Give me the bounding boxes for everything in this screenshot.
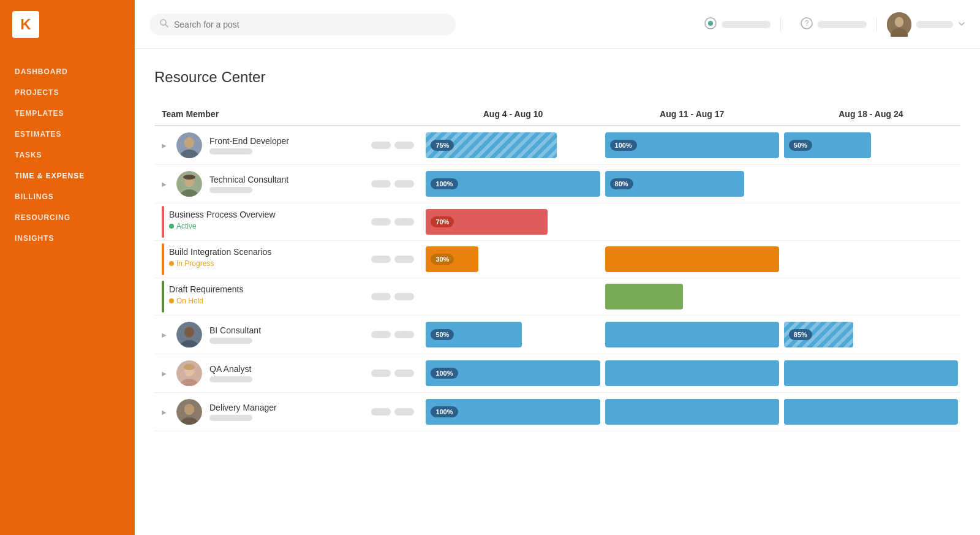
expand-icon[interactable]: ▶ xyxy=(162,181,169,188)
action-tag xyxy=(371,218,391,226)
status-text: Active xyxy=(176,222,197,230)
sidebar-item-billings[interactable]: BILLINGS xyxy=(0,186,135,207)
member-cell: ▶ QA Analyst xyxy=(154,354,366,393)
bell-icon[interactable] xyxy=(704,17,717,32)
chevron-down-icon xyxy=(958,19,965,30)
action-tag xyxy=(394,142,414,149)
sidebar-item-templates[interactable]: TEMPLATES xyxy=(0,103,135,124)
member-info: Front-End Developer xyxy=(209,136,289,154)
expand-icon[interactable]: ▶ xyxy=(162,142,169,149)
project-info: Draft Requirements On Hold xyxy=(164,278,366,315)
member-cell: ▶ Technical Consultant xyxy=(154,165,366,203)
bar-fill: 50% xyxy=(784,132,871,158)
search-icon xyxy=(159,18,169,31)
status-text: In Progress xyxy=(176,259,214,268)
table-row: Draft Requirements On Hold xyxy=(154,278,960,316)
col-header-aug4: Aug 4 - Aug 10 xyxy=(423,103,602,126)
expand-icon[interactable]: ▶ xyxy=(162,332,169,338)
sidebar-item-insights[interactable]: INSIGHTS xyxy=(0,228,135,249)
bar-cell-2-empty xyxy=(782,203,960,241)
svg-point-9 xyxy=(895,18,903,26)
member-tag xyxy=(209,148,252,154)
bar-cell-0: 70% xyxy=(423,203,602,241)
bar-label: 85% xyxy=(789,329,812,340)
bar-fill: 30% xyxy=(426,246,478,272)
action-cell xyxy=(366,316,423,354)
table-row: ▶ QA Analyst xyxy=(154,354,960,393)
sidebar-item-time-expense[interactable]: TIME & EXPENSE xyxy=(0,165,135,186)
bar-fill: 100% xyxy=(605,132,779,158)
topbar-right: ? xyxy=(695,12,965,37)
avatar xyxy=(176,322,202,347)
svg-point-27 xyxy=(184,364,195,370)
search-input[interactable] xyxy=(174,20,446,29)
bar-label: 30% xyxy=(431,254,454,265)
action-tag xyxy=(394,331,414,338)
bar-fill xyxy=(605,284,684,309)
user-profile[interactable] xyxy=(887,12,965,37)
member-info: Delivery Manager xyxy=(209,403,277,421)
action-tag xyxy=(371,180,391,188)
action-cell xyxy=(366,278,423,316)
bar-cell-1 xyxy=(603,241,782,278)
svg-point-13 xyxy=(184,138,194,148)
sidebar-nav: DASHBOARD PROJECTS TEMPLATES ESTIMATES T… xyxy=(0,61,135,249)
status-dot xyxy=(169,261,174,266)
notification-group xyxy=(695,17,781,32)
member-tag xyxy=(209,338,252,344)
notification-label xyxy=(722,21,771,28)
action-tag xyxy=(394,293,414,300)
bar-cell-1-empty xyxy=(603,203,782,241)
logo-icon: K xyxy=(12,11,39,38)
status-text: On Hold xyxy=(176,297,203,305)
table-row: ▶ Technical Consultant xyxy=(154,165,960,203)
col-header-aug18: Aug 18 - Aug 24 xyxy=(782,103,960,126)
member-cell: ▶ BI Consultant xyxy=(154,316,366,354)
bar-cell-2-empty xyxy=(782,278,960,316)
sidebar-item-resourcing[interactable]: RESOURCING xyxy=(0,207,135,228)
avatar xyxy=(176,360,202,386)
bar-label: 80% xyxy=(610,178,633,189)
action-tag xyxy=(371,142,391,149)
member-cell: ▶ Delivery Manager xyxy=(154,393,366,431)
bar-cell-1 xyxy=(603,393,782,431)
bar-fill: 50% xyxy=(426,322,521,347)
sidebar-item-tasks[interactable]: TASKS xyxy=(0,145,135,165)
action-tag xyxy=(394,218,414,226)
sidebar-item-estimates[interactable]: ESTIMATES xyxy=(0,124,135,145)
sidebar-item-projects[interactable]: PROJECTS xyxy=(0,82,135,103)
action-cell xyxy=(366,165,423,203)
action-tag xyxy=(371,293,391,300)
svg-point-22 xyxy=(184,327,194,337)
bar-cell-1 xyxy=(603,316,782,354)
search-box[interactable] xyxy=(149,13,456,36)
avatar xyxy=(176,132,202,158)
bar-fill xyxy=(784,360,958,386)
table-row: ▶ BI Consultant xyxy=(154,316,960,354)
project-name: Draft Requirements xyxy=(169,284,361,294)
table-row: ▶ Delivery Manager xyxy=(154,393,960,431)
bar-cell-2-empty xyxy=(782,241,960,278)
bar-cell-2: 85% xyxy=(782,316,960,354)
bar-label: 50% xyxy=(789,140,812,151)
bar-label: 100% xyxy=(431,178,458,189)
help-icon[interactable]: ? xyxy=(801,17,813,32)
help-group: ? xyxy=(791,17,877,32)
member-name: QA Analyst xyxy=(209,364,252,374)
action-tag xyxy=(371,370,391,377)
user-name-label xyxy=(916,21,953,28)
bar-cell-0: 100% xyxy=(423,393,602,431)
bar-label: 100% xyxy=(431,406,458,417)
topbar: ? xyxy=(135,0,980,49)
sidebar-item-dashboard[interactable]: DASHBOARD xyxy=(0,61,135,82)
member-info: Technical Consultant xyxy=(209,175,288,193)
svg-point-3 xyxy=(708,21,713,26)
expand-icon[interactable]: ▶ xyxy=(162,370,169,377)
help-label xyxy=(818,21,867,28)
action-cell xyxy=(366,393,423,431)
expand-icon[interactable]: ▶ xyxy=(162,409,169,415)
action-cell xyxy=(366,126,423,165)
col-header-aug11: Aug 11 - Aug 17 xyxy=(603,103,782,126)
member-name: Technical Consultant xyxy=(209,175,288,184)
project-cell: Draft Requirements On Hold xyxy=(154,278,366,316)
